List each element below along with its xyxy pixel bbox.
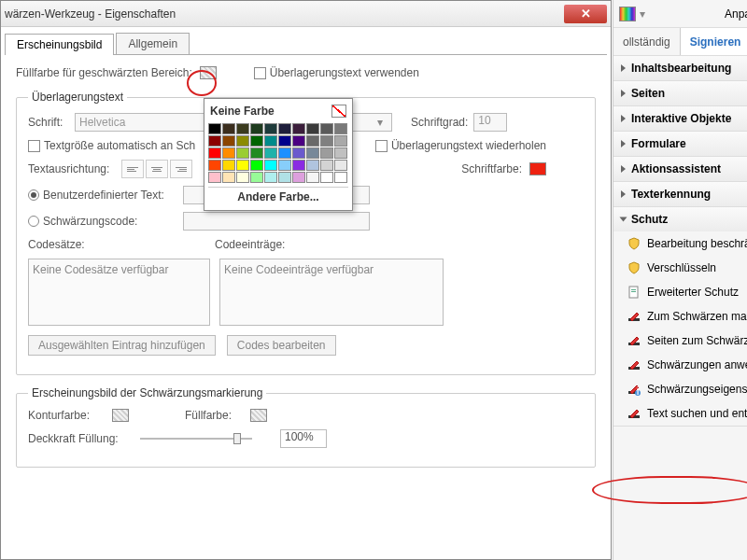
color-swatch[interactable] [236,147,249,159]
customize-label[interactable]: Anpas [725,7,747,21]
color-swatch[interactable] [264,135,277,147]
color-swatch[interactable] [208,147,221,159]
color-swatch[interactable] [334,172,347,183]
color-swatch[interactable] [292,147,305,159]
color-swatch[interactable] [250,123,263,134]
color-swatch[interactable] [292,160,305,171]
tab-general[interactable]: Allgemein [116,33,190,54]
color-swatch[interactable] [208,172,221,183]
color-swatch[interactable] [306,147,319,159]
tab-sign[interactable]: Signieren [680,28,747,55]
schutz-item[interactable]: Text suchen und entferne [613,401,747,426]
align-right-button[interactable] [170,160,192,178]
schutz-item[interactable]: Seiten zum Schwärzen m [613,329,747,353]
use-overlay-checkbox[interactable] [254,67,266,79]
accordion-label: Formulare [631,137,686,150]
align-center-button[interactable] [146,160,168,178]
color-swatch[interactable] [278,135,291,147]
accordion-header[interactable]: Interaktive Objekte [613,106,747,131]
accordion-header[interactable]: Aktionsassistent [613,157,747,181]
fill-color-swatch[interactable] [200,66,217,79]
color-swatch[interactable] [222,147,235,159]
color-swatch[interactable] [264,123,277,134]
code-entries-list[interactable]: Keine Codeeinträge verfügbar [219,259,444,326]
font-color-swatch[interactable] [529,162,546,175]
close-button[interactable]: ✕ [564,5,607,23]
color-swatch[interactable] [236,160,249,171]
color-swatch[interactable] [250,135,263,147]
rainbow-icon[interactable] [619,7,636,21]
color-swatch[interactable] [250,160,263,171]
outline-color-swatch[interactable] [112,409,129,422]
color-swatch[interactable] [334,147,347,159]
color-swatch[interactable] [292,135,305,147]
color-swatch[interactable] [264,172,277,183]
color-swatch[interactable] [208,135,221,147]
accordion-header[interactable]: Formulare [613,132,747,156]
tab-full[interactable]: ollständig [613,35,680,49]
color-swatch[interactable] [320,135,333,147]
accordion-header[interactable]: Schutz [613,207,747,231]
color-swatch[interactable] [236,123,249,134]
color-swatch[interactable] [306,123,319,134]
color-grid[interactable] [208,123,348,183]
color-swatch[interactable] [306,172,319,183]
color-swatch[interactable] [250,172,263,183]
color-swatch[interactable] [222,123,235,134]
mark-fill-swatch[interactable] [250,409,267,422]
color-swatch[interactable] [334,160,347,171]
custom-text-radio[interactable] [28,189,39,201]
code-sets-list[interactable]: Keine Codesätze verfügbar [28,259,210,326]
color-swatch[interactable] [292,172,305,183]
schutz-item[interactable]: Bearbeitung beschränken [613,231,747,256]
opacity-input[interactable]: 100% [280,429,327,448]
color-swatch[interactable] [208,123,221,134]
schutz-item[interactable]: Zum Schwärzen markiere [613,304,747,329]
auto-size-checkbox[interactable] [28,140,40,152]
color-swatch[interactable] [264,147,277,159]
color-swatch[interactable] [250,147,263,159]
svg-text:i: i [637,385,640,396]
color-swatch[interactable] [278,123,291,134]
color-swatch[interactable] [320,172,333,183]
color-swatch[interactable] [306,135,319,147]
redaction-code-input[interactable] [183,212,370,231]
schutz-item[interactable]: Schwärzungen anwenden [613,353,747,377]
color-swatch[interactable] [278,147,291,159]
schutz-item[interactable]: Erweiterter Schutz [613,280,747,304]
color-swatch[interactable] [334,135,347,147]
color-swatch[interactable] [208,160,221,171]
schutz-item[interactable]: Verschlüsseln [613,256,747,280]
no-color-label[interactable]: Keine Farbe [210,105,275,118]
color-swatch[interactable] [222,172,235,183]
opacity-slider[interactable] [140,431,252,446]
schutz-item[interactable]: iSchwärzungseigenschafte [613,377,747,401]
color-swatch[interactable] [334,123,347,134]
color-swatch[interactable] [306,160,319,171]
color-swatch[interactable] [278,172,291,183]
font-size-input[interactable]: 10 [473,113,507,132]
color-swatch[interactable] [222,135,235,147]
color-swatch[interactable] [222,160,235,171]
edit-codes-button[interactable]: Codes bearbeiten [227,335,336,356]
color-swatch[interactable] [320,123,333,134]
redact-icon [627,309,641,324]
accordion-header[interactable]: Inhaltsbearbeitung [613,56,747,80]
color-swatch[interactable] [278,160,291,171]
color-swatch[interactable] [236,172,249,183]
color-swatch[interactable] [320,147,333,159]
chevron-down-icon[interactable]: ▾ [640,7,645,21]
color-swatch[interactable] [236,135,249,147]
color-swatch[interactable] [292,123,305,134]
add-selected-button[interactable]: Ausgewählten Eintrag hinzufügen [28,335,216,356]
other-color-button[interactable]: Andere Farbe... [208,187,348,206]
accordion-header[interactable]: Seiten [613,81,747,105]
no-color-swatch[interactable] [331,105,346,118]
tab-appearance[interactable]: Erscheinungsbild [5,34,114,55]
accordion-header[interactable]: Texterkennung [613,182,747,206]
color-swatch[interactable] [264,160,277,171]
redaction-code-radio[interactable] [28,216,39,227]
color-swatch[interactable] [320,160,333,171]
align-left-button[interactable] [121,160,144,178]
repeat-overlay-checkbox[interactable] [375,140,388,152]
